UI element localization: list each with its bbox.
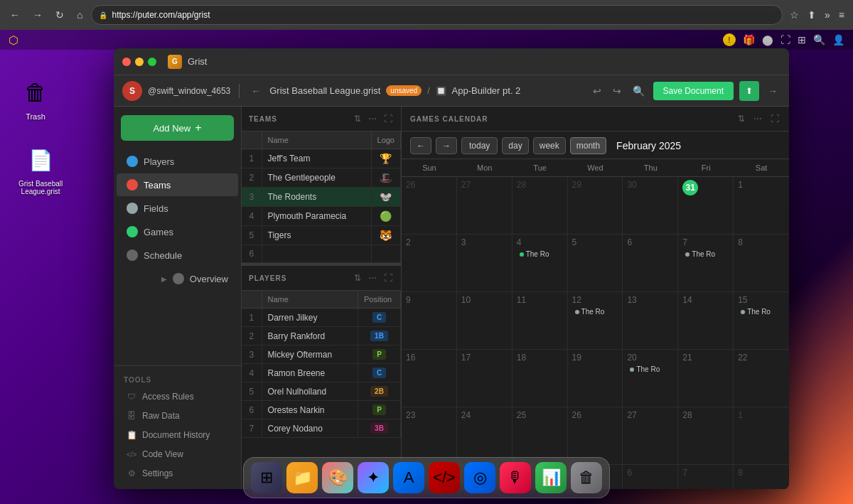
desktop-icon-trash[interactable]: 🗑 Trash [14, 71, 57, 125]
players-expand-button[interactable]: ⛶ [382, 272, 394, 284]
home-button[interactable]: ⌂ [73, 6, 87, 23]
calendar-cell[interactable]: 28 [678, 407, 734, 464]
calendar-cell[interactable]: 13 [623, 292, 678, 349]
calendar-cell[interactable]: 11 [513, 292, 568, 349]
share-button[interactable]: ⬆ [739, 81, 759, 101]
calendar-event[interactable]: The Ro [627, 364, 673, 375]
table-row[interactable]: 7 Corey Nodano 3B [242, 419, 401, 438]
table-row[interactable]: 1 Jeff's Team 🏆 [242, 149, 401, 168]
tool-code-view[interactable]: </> Code View [117, 445, 238, 463]
tool-settings[interactable]: ⚙ Settings [117, 464, 238, 483]
calendar-cell[interactable]: 18 [513, 350, 568, 407]
calendar-cell[interactable]: 6 [623, 465, 678, 489]
calendar-cell[interactable]: 7The Ro [678, 235, 734, 291]
table-row[interactable]: 4 Ramon Breene C [242, 364, 401, 382]
calendar-cell[interactable]: 1 [734, 407, 789, 464]
teams-col-name[interactable]: Name [262, 132, 371, 149]
redo-button[interactable]: ↪ [610, 82, 624, 100]
window-maximize-button[interactable] [148, 58, 156, 66]
refresh-button[interactable]: ↻ [51, 6, 68, 23]
calendar-cell[interactable]: 28 [513, 177, 568, 234]
calendar-cell[interactable]: 23 [402, 407, 457, 464]
dock-icon-mic[interactable]: 🎙 [500, 462, 531, 493]
dock-icon-green-table[interactable]: 📊 [535, 462, 567, 493]
calendar-cell[interactable]: 15The Ro [734, 292, 789, 349]
calendar-cell[interactable]: 26 [568, 407, 623, 464]
tool-access-rules[interactable]: 🛡 Access Rules [117, 387, 238, 406]
add-new-button[interactable]: Add New + [121, 115, 234, 141]
calendar-cell[interactable]: 2 [402, 235, 457, 291]
calendar-sort-button[interactable]: ⇅ [736, 112, 746, 125]
calendar-cell[interactable]: 6 [623, 235, 678, 291]
sidebar-item-overview[interactable]: ▶ Overview [117, 267, 238, 290]
dock-icon-grid[interactable]: ⊞ [251, 462, 282, 493]
calendar-prev-button[interactable]: ← [410, 137, 431, 154]
teams-expand-button[interactable]: ⛶ [382, 112, 394, 125]
calendar-cell[interactable]: 10 [457, 292, 513, 349]
calendar-cell[interactable]: 27 [623, 407, 678, 464]
calendar-cell[interactable]: 4The Ro [513, 235, 568, 291]
calendar-day-button[interactable]: day [502, 137, 528, 154]
dock-icon-font-a[interactable]: A [393, 462, 424, 493]
calendar-cell[interactable]: 5 [568, 235, 623, 291]
save-document-button[interactable]: Save Document [653, 82, 734, 100]
gift-icon[interactable]: 🎁 [743, 33, 755, 46]
table-row[interactable]: 1 Darren Jilkey C [242, 309, 401, 327]
calendar-cell[interactable]: 21 [678, 350, 734, 407]
sidebar-item-fields[interactable]: Fields [117, 197, 238, 220]
calendar-cell[interactable]: 17 [457, 350, 513, 407]
calendar-cell[interactable]: 20The Ro [623, 350, 678, 407]
teams-col-logo[interactable]: Logo [371, 132, 400, 149]
table-row[interactable]: 3 The Rodents 🐭 [242, 188, 401, 207]
calendar-cell[interactable]: 1 [734, 177, 789, 234]
calendar-cell[interactable]: 14 [678, 292, 734, 349]
window-minimize-button[interactable] [135, 58, 144, 66]
calendar-cell[interactable]: 16 [402, 350, 457, 407]
calendar-cell[interactable]: 26 [402, 177, 457, 234]
table-row[interactable]: 6 Orestes Narkin P [242, 401, 401, 419]
calendar-cell[interactable]: 19 [568, 350, 623, 407]
calendar-cell[interactable]: 25 [513, 407, 568, 464]
window-close-button[interactable] [122, 58, 131, 66]
calendar-more-button[interactable]: ⋯ [752, 112, 763, 125]
calendar-event[interactable]: The Ro [682, 249, 729, 259]
calendar-event[interactable]: The Ro [517, 249, 563, 259]
address-bar[interactable]: 🔒 https://puter.com/app/grist [91, 5, 783, 25]
sidebar-item-teams[interactable]: Teams [117, 173, 238, 196]
players-more-button[interactable]: ⋯ [367, 272, 378, 284]
sidebar-item-games[interactable]: Games [117, 220, 238, 243]
table-row[interactable]: 6 [242, 245, 401, 263]
calendar-month-button[interactable]: month [570, 137, 606, 154]
calendar-next-button[interactable]: → [436, 137, 457, 154]
sidebar-item-schedule[interactable]: Schedule [117, 244, 238, 267]
calendar-cell[interactable]: 29 [568, 177, 623, 234]
calendar-cell[interactable]: 22 [734, 350, 789, 407]
calendar-cell[interactable]: 8 [734, 235, 789, 291]
dock-icon-colorful[interactable]: 🎨 [322, 462, 353, 493]
calendar-expand-button[interactable]: ⛶ [769, 112, 780, 125]
forward-button[interactable]: → [28, 6, 47, 23]
doc-back-button[interactable]: ← [248, 82, 264, 100]
calendar-cell[interactable]: 8 [734, 465, 789, 489]
github-icon[interactable]: ⬤ [762, 33, 773, 46]
calendar-event[interactable]: The Ro [738, 306, 785, 317]
calendar-week-button[interactable]: week [533, 137, 566, 154]
dock-icon-folder[interactable]: 📁 [286, 462, 318, 493]
players-col-name[interactable]: Name [262, 291, 358, 309]
table-row[interactable]: 5 Orel Nulholland 2B [242, 382, 401, 401]
table-row[interactable]: 5 Tigers 🐯 [242, 226, 401, 245]
back-button[interactable]: ← [6, 6, 24, 23]
table-row[interactable]: 3 Mickey Ofterman P [242, 345, 401, 364]
teams-more-button[interactable]: ⋯ [367, 112, 378, 125]
fullscreen-icon[interactable]: ⛶ [780, 33, 790, 46]
players-col-position[interactable]: Position [358, 291, 401, 309]
user-icon[interactable]: 👤 [832, 33, 844, 46]
calendar-today-button[interactable]: today [461, 137, 498, 154]
calendar-cell[interactable]: 31 [678, 177, 734, 234]
search-button[interactable]: 🔍 [630, 82, 648, 100]
bookmark-button[interactable]: ☆ [787, 6, 802, 23]
share-button[interactable]: ⬆ [805, 6, 819, 23]
dock-icon-figma[interactable]: ✦ [358, 462, 389, 493]
calendar-cell[interactable]: 9 [402, 292, 457, 349]
table-row[interactable]: 2 The Gentlepeople 🎩 [242, 168, 401, 188]
